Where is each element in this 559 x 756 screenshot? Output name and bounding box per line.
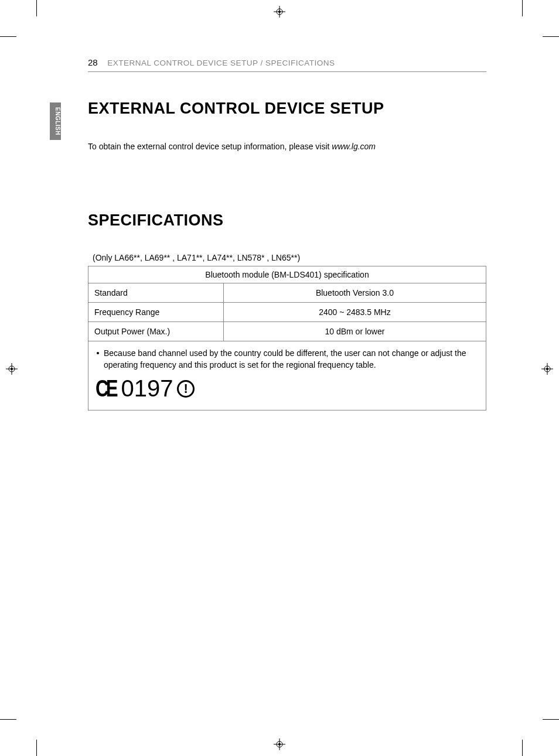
section-heading-specifications: SPECIFICATIONS (88, 211, 486, 230)
bullet-icon (97, 352, 99, 354)
crop-mark (522, 0, 523, 16)
language-tab: ENGLISH (50, 102, 61, 140)
spec-note-text: Because band channel used by the country… (104, 347, 479, 371)
section-heading-external-control: EXTERNAL CONTROL DEVICE SETUP (88, 100, 486, 118)
alert-circle-icon: ! (177, 380, 195, 398)
spec-value: 10 dBm or lower (223, 321, 486, 341)
table-row: Because band channel used by the country… (88, 341, 486, 411)
models-applicability-note: (Only LA66**, LA69** , LA71**, LA74**, L… (93, 253, 486, 262)
body-text-prefix: To obtain the external control device se… (88, 142, 332, 151)
crop-mark (36, 0, 37, 16)
external-control-body: To obtain the external control device se… (88, 141, 486, 153)
header-title: EXTERNAL CONTROL DEVICE SETUP / SPECIFIC… (107, 59, 335, 67)
table-row: Output Power (Max.) 10 dBm or lower (88, 321, 486, 341)
manual-page: ENGLISH 28 EXTERNAL CONTROL DEVICE SETUP… (0, 0, 559, 756)
page-number: 28 (88, 57, 98, 67)
specifications-section: SPECIFICATIONS (Only LA66**, LA69** , LA… (88, 211, 486, 411)
ce-logo-icon: CE (96, 375, 115, 402)
spec-label: Output Power (Max.) (88, 321, 224, 341)
spec-value: Bluetooth Version 3.0 (223, 283, 486, 302)
crop-mark (543, 36, 559, 37)
table-row: Frequency Range 2400 ~ 2483.5 MHz (88, 302, 486, 321)
crop-mark (0, 719, 16, 720)
bluetooth-spec-table: Bluetooth module (BM-LDS401) specificati… (88, 266, 486, 411)
crop-mark (36, 740, 37, 756)
spec-note-cell: Because band channel used by the country… (88, 341, 486, 411)
spec-value: 2400 ~ 2483.5 MHz (223, 302, 486, 321)
crop-mark (522, 740, 523, 756)
table-row: Bluetooth module (BM-LDS401) specificati… (88, 266, 486, 283)
crop-mark (0, 36, 16, 37)
registration-mark-icon (274, 6, 285, 18)
table-row: Standard Bluetooth Version 3.0 (88, 283, 486, 302)
page-header: 28 EXTERNAL CONTROL DEVICE SETUP / SPECI… (88, 57, 486, 72)
registration-mark-icon (6, 363, 18, 375)
spec-label: Frequency Range (88, 302, 224, 321)
note-bullet-row: Because band channel used by the country… (96, 347, 479, 371)
ce-mark: CE 0197 ! (96, 375, 479, 402)
spec-label: Standard (88, 283, 224, 302)
page-content: EXTERNAL CONTROL DEVICE SETUP To obtain … (88, 100, 486, 411)
registration-mark-icon (541, 363, 553, 375)
crop-mark (543, 719, 559, 720)
table-title-cell: Bluetooth module (BM-LDS401) specificati… (88, 266, 486, 283)
body-link-text: www.lg.com (332, 142, 376, 151)
registration-mark-icon (274, 738, 285, 750)
ce-number: 0197 (121, 375, 173, 402)
